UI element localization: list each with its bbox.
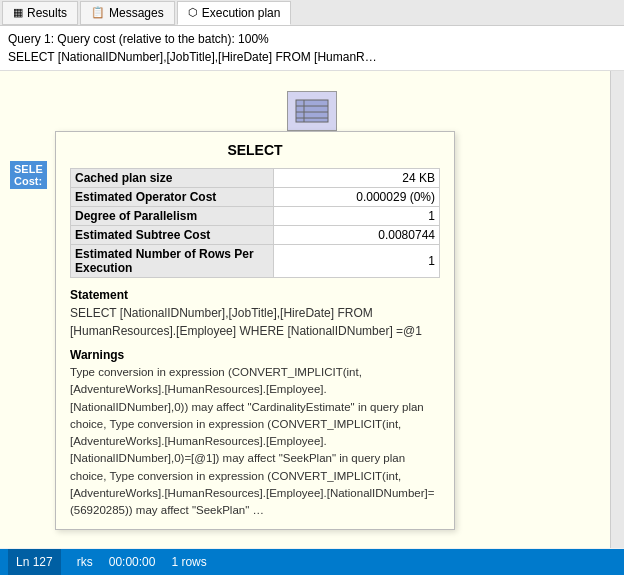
query-info-line2: SELECT [NationalIDNumber],[JobTitle],[Hi…	[8, 48, 616, 66]
table-row: Degree of Parallelism1	[71, 207, 440, 226]
status-time: 00:00:00	[109, 555, 156, 569]
status-rows: 1 rows	[171, 555, 206, 569]
row-label: Degree of Parallelism	[71, 207, 274, 226]
row-label: Estimated Number of Rows Per Execution	[71, 245, 274, 278]
tab-bar: ▦ Results 📋 Messages ⬡ Execution plan	[0, 0, 624, 26]
svg-rect-0	[296, 100, 328, 122]
row-value: 0.000029 (0%)	[273, 188, 439, 207]
row-label: Estimated Operator Cost	[71, 188, 274, 207]
tab-results[interactable]: ▦ Results	[2, 1, 78, 25]
row-label: Estimated Subtree Cost	[71, 226, 274, 245]
tooltip-table: Cached plan size24 KBEstimated Operator …	[70, 168, 440, 278]
tab-messages[interactable]: 📋 Messages	[80, 1, 175, 25]
row-value: 1	[273, 207, 439, 226]
table-row: Estimated Number of Rows Per Execution1	[71, 245, 440, 278]
row-value: 1	[273, 245, 439, 278]
results-icon: ▦	[13, 6, 23, 19]
table-row: Cached plan size24 KB	[71, 169, 440, 188]
tooltip-title: SELECT	[70, 142, 440, 158]
query-info: Query 1: Query cost (relative to the bat…	[0, 26, 624, 71]
scrollbar[interactable]	[610, 71, 624, 548]
execution-area: Clustered Index Scan (Cluste… [Employee]…	[0, 71, 624, 548]
messages-icon: 📋	[91, 6, 105, 19]
sel-badge: SELE Cost:	[10, 161, 47, 189]
execution-plan-icon: ⬡	[188, 6, 198, 19]
table-row: Estimated Subtree Cost0.0080744	[71, 226, 440, 245]
table-row: Estimated Operator Cost0.000029 (0%)	[71, 188, 440, 207]
sel-badge-line1: SELE	[14, 163, 43, 175]
warnings-text: Type conversion in expression (CONVERT_I…	[70, 364, 440, 519]
status-bar: Ln 127 rks 00:00:00 1 rows	[0, 549, 624, 575]
node-icon	[287, 91, 337, 131]
statement-text: SELECT [NationalIDNumber],[JobTitle],[Hi…	[70, 304, 440, 340]
tab-execution-plan[interactable]: ⬡ Execution plan	[177, 1, 292, 25]
warnings-title: Warnings	[70, 348, 440, 362]
main-content: Clustered Index Scan (Cluste… [Employee]…	[0, 71, 624, 548]
statement-title: Statement	[70, 288, 440, 302]
sel-badge-line2: Cost:	[14, 175, 43, 187]
row-value: 0.0080744	[273, 226, 439, 245]
status-line: Ln 127	[8, 549, 61, 575]
tooltip-panel: SELECT Cached plan size24 KBEstimated Op…	[55, 131, 455, 530]
status-server: rks	[77, 555, 93, 569]
query-info-line1: Query 1: Query cost (relative to the bat…	[8, 30, 616, 48]
row-label: Cached plan size	[71, 169, 274, 188]
row-value: 24 KB	[273, 169, 439, 188]
